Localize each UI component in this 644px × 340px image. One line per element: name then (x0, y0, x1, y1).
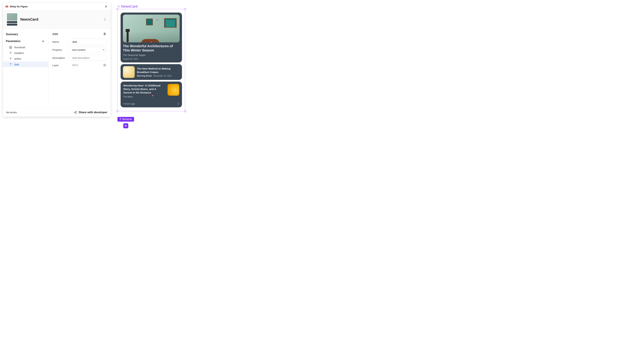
selection-handle[interactable] (116, 8, 118, 10)
figma-canvas: NewsCard The Wonderful Architectures of … (118, 4, 185, 111)
field-description: Description (52, 55, 107, 61)
card-date: 4 hours ago (123, 103, 135, 105)
newscard-hero-variant[interactable]: The Wonderful Architectures of This Wint… (120, 12, 182, 62)
errors-status: No errors (6, 111, 17, 114)
component-header: NewsCard (3, 10, 111, 29)
more-vert-icon (178, 102, 179, 103)
field-property: Property text-content (52, 47, 107, 53)
selection-handle[interactable] (116, 110, 118, 112)
add-variant-button[interactable] (123, 123, 128, 128)
card-author: The Seasonal Sagas (123, 54, 180, 56)
variant-marker-icon (152, 95, 153, 96)
parameter-detail: date Name Property text-content Descript… (49, 29, 111, 108)
svg-point-6 (74, 112, 75, 113)
plus-icon (42, 40, 44, 42)
share-icon (74, 111, 77, 114)
param-thumbnail[interactable]: thumbnail (3, 44, 48, 50)
card-thumbnail (123, 14, 180, 42)
text-icon (9, 57, 12, 60)
trash-icon (103, 32, 106, 35)
svg-point-1 (105, 19, 105, 20)
param-headline[interactable]: headline (3, 50, 48, 56)
panel-footer: No errors Share with developer (3, 108, 111, 117)
locate-layer-button[interactable] (102, 63, 107, 67)
more-vert-icon (104, 18, 106, 21)
svg-point-7 (76, 111, 76, 112)
variant-marker-icon (157, 19, 158, 21)
name-label: Name (52, 40, 67, 43)
card-headline: Wondering Hour: A Childhood Story, Grizz… (123, 84, 165, 94)
text-icon (9, 52, 12, 54)
text-icon (9, 63, 12, 66)
panel-body: Summary Parameters thumbnail headline (3, 29, 111, 108)
target-icon (103, 64, 106, 67)
component-menu-button[interactable] (103, 17, 107, 22)
component-set-name: NewsCard (121, 4, 138, 8)
relay-logo-icon (5, 5, 8, 8)
svg-point-5 (104, 64, 106, 66)
property-label: Property (52, 48, 67, 51)
plus-icon (124, 124, 127, 127)
plugin-title: Relay for Figma (10, 5, 28, 8)
param-label: thumbnail (14, 46, 25, 49)
sidebar-parameters-header: Parameters (3, 38, 48, 44)
layer-value: date (70, 64, 100, 67)
name-input[interactable] (70, 39, 107, 45)
property-value: text-content (72, 48, 85, 51)
variant-marker-icon (150, 42, 152, 42)
field-name: Name (52, 39, 107, 45)
svg-point-4 (10, 47, 10, 47)
layer-label: Layer (52, 64, 67, 67)
component-set-frame[interactable]: The Wonderful Architectures of This Wint… (118, 9, 185, 111)
sidebar-summary[interactable]: Summary (3, 32, 48, 37)
sidebar: Summary Parameters thumbnail headline (3, 29, 49, 108)
share-with-developer-button[interactable]: Share with developer (74, 111, 107, 114)
selection-handle[interactable] (184, 110, 186, 112)
delete-parameter-button[interactable] (102, 32, 107, 36)
card-date: November 10, 2021 (154, 75, 172, 77)
card-thumbnail (168, 84, 179, 96)
svg-rect-3 (10, 46, 12, 48)
card-overflow-button[interactable] (178, 102, 180, 106)
param-label: author (14, 57, 22, 60)
param-author[interactable]: author (3, 56, 48, 61)
chevron-down-icon (102, 49, 105, 51)
field-layer: Layer date (52, 63, 107, 67)
image-icon (9, 46, 12, 49)
card-date: August 25, 2021 (123, 58, 180, 60)
card-thumbnail (123, 66, 135, 78)
svg-point-0 (105, 18, 105, 19)
card-headline: The Wonderful Architectures of This Wint… (123, 44, 180, 52)
sidebar-parameters-label: Parameters (6, 40, 20, 43)
relay-plugin-panel: Relay for Figma NewsCard Summary Paramet… (3, 3, 111, 117)
property-select[interactable]: text-content (70, 47, 107, 53)
close-icon (105, 5, 107, 8)
newscard-row-variant[interactable]: The New Method to Making Breakfast Crepe… (120, 64, 182, 80)
add-parameter-button[interactable] (41, 39, 46, 43)
variants-count-badge: 3 Variants (118, 117, 134, 122)
component-thumbnail (6, 12, 18, 26)
card-headline: The New Method to Making Breakfast Crepe… (137, 67, 180, 74)
param-label: date (14, 63, 19, 66)
newscard-column-variant[interactable]: Wondering Hour: A Childhood Story, Grizz… (120, 82, 182, 107)
param-date[interactable]: date (3, 61, 48, 67)
sidebar-summary-label: Summary (6, 33, 18, 36)
description-input[interactable] (70, 55, 107, 61)
component-name: NewsCard (20, 17, 100, 22)
component-set-icon (118, 5, 120, 8)
share-label: Share with developer (79, 111, 107, 114)
close-plugin-button[interactable] (104, 4, 108, 9)
plugin-titlebar: Relay for Figma (3, 3, 111, 10)
card-author: Morning Break (137, 75, 152, 77)
svg-point-2 (105, 20, 105, 21)
svg-point-8 (76, 113, 76, 114)
description-label: Description (52, 56, 67, 59)
detail-title: date (52, 32, 58, 36)
selection-handle[interactable] (184, 8, 186, 10)
component-set-label[interactable]: NewsCard (118, 4, 185, 8)
param-label: headline (14, 52, 24, 54)
card-author: The Bees (123, 95, 165, 98)
